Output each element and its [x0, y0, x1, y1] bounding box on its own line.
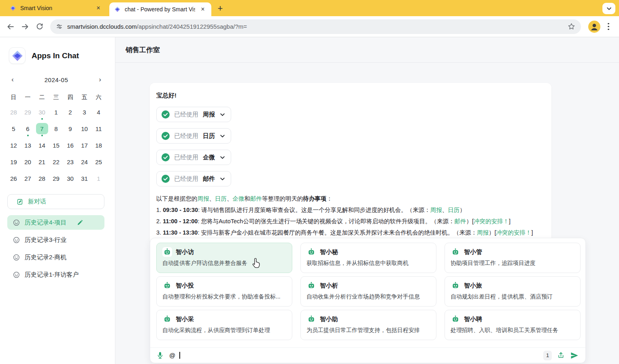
browser-menu-icon[interactable]: [604, 21, 613, 33]
close-tab-icon[interactable]: ×: [199, 6, 206, 13]
robot-icon: [451, 281, 460, 290]
calendar-day[interactable]: 1: [91, 171, 106, 188]
calendar-day[interactable]: 16: [63, 138, 77, 155]
inline-link[interactable]: 邮件: [250, 195, 262, 202]
calendar-day[interactable]: 28: [35, 171, 49, 188]
agent-card[interactable]: 智小秘获取招标信息，并从招标信息中获取商机: [300, 243, 436, 273]
inline-link[interactable]: 周报: [198, 195, 209, 202]
back-button[interactable]: [3, 19, 18, 34]
calendar-day[interactable]: 31: [77, 171, 91, 188]
new-chat-button[interactable]: 新对话: [7, 194, 104, 209]
calendar-day[interactable]: 24: [77, 155, 91, 171]
robot-icon: [306, 247, 316, 257]
inline-link[interactable]: 企微: [233, 195, 245, 202]
calendar-day[interactable]: 26: [6, 171, 21, 188]
close-tab-icon[interactable]: ×: [95, 4, 102, 12]
calendar-day[interactable]: 14: [35, 138, 49, 155]
calendar-day[interactable]: 29: [49, 171, 63, 188]
calendar-day[interactable]: 7: [35, 122, 49, 138]
url-text[interactable]: smartvision.dcclouds.com/appsinchat/2404…: [67, 23, 247, 30]
message-input[interactable]: @ 1: [150, 347, 585, 363]
calendar-day[interactable]: 30: [35, 105, 49, 122]
todo-summary: 以下是根据您的周报、日历、企微和邮件等整理的明天的待办事项： 1. 09:30 …: [156, 193, 548, 238]
calendar-day[interactable]: 11: [91, 122, 106, 138]
calendar-day[interactable]: 12: [6, 138, 21, 155]
used-tool-button[interactable]: 已经使用周报: [156, 107, 231, 122]
inline-link[interactable]: 冲突的安排！: [474, 218, 509, 224]
calendar-day[interactable]: 23: [63, 155, 77, 171]
history-item[interactable]: 历史记录3-行业: [7, 233, 104, 247]
new-tab-button[interactable]: +: [215, 3, 226, 14]
send-icon[interactable]: [570, 351, 579, 360]
robot-icon: [451, 247, 460, 257]
calendar-day[interactable]: 20: [21, 155, 35, 171]
calendar-day[interactable]: 22: [49, 155, 63, 171]
calendar-day[interactable]: 29: [21, 105, 35, 122]
profile-avatar[interactable]: [588, 21, 600, 33]
calendar-day-number: 30: [36, 106, 48, 118]
calendar-day[interactable]: 21: [35, 155, 49, 171]
agent-card[interactable]: 智小旅自动规划出差日程，提供机票、酒店预订: [445, 276, 581, 307]
calendar-day-number: 29: [22, 106, 34, 118]
agent-name: 智小投: [176, 282, 194, 290]
check-circle-icon: [162, 110, 170, 119]
calendar-day[interactable]: 10: [77, 122, 91, 138]
calendar-day[interactable]: 2: [63, 105, 77, 122]
inline-link[interactable]: 周报: [430, 207, 442, 213]
tab-smart-vision[interactable]: Smart Vision ×: [5, 0, 107, 16]
history-item-label: 历史记录2-商机: [25, 254, 66, 261]
calendar-prev-icon[interactable]: ‹: [9, 76, 16, 84]
inline-link[interactable]: 日历: [215, 195, 227, 202]
calendar-day[interactable]: 18: [91, 138, 106, 155]
history-item[interactable]: 历史记录4-项目: [7, 215, 104, 230]
agent-card[interactable]: 智小管协助项目管理工作，追踪项目进度: [445, 243, 581, 273]
calendar-day[interactable]: 19: [6, 155, 21, 171]
used-prefix-label: 已经使用: [174, 175, 198, 183]
calendar-day[interactable]: 6: [21, 122, 35, 138]
calendar-day[interactable]: 5: [6, 122, 21, 138]
calendar-day[interactable]: 30: [63, 171, 77, 188]
microphone-icon[interactable]: [157, 351, 164, 359]
calendar-day[interactable]: 9: [63, 122, 77, 138]
used-tool-button[interactable]: 已经使用邮件: [156, 171, 231, 186]
tab-search-button[interactable]: [602, 3, 615, 14]
history-item[interactable]: 历史记录2-商机: [7, 250, 104, 265]
calendar-day[interactable]: 25: [91, 155, 106, 171]
agent-card[interactable]: 智小访自动提供客户拜访信息并整合服务: [156, 243, 292, 273]
agent-card[interactable]: 智小投自动整理和分析投标文件要求，协助准备投标...: [156, 276, 292, 307]
url-bar[interactable]: smartvision.dcclouds.com/appsinchat/2404…: [50, 19, 581, 34]
inline-link[interactable]: 冲突的安排！: [496, 229, 531, 236]
history-item[interactable]: 历史记录1-拜访客户: [7, 267, 104, 282]
calendar-day[interactable]: 28: [6, 105, 21, 122]
calendar-day[interactable]: 27: [21, 171, 35, 188]
forward-button[interactable]: [18, 19, 32, 34]
calendar-day[interactable]: 1: [49, 105, 63, 122]
calendar-day[interactable]: 17: [77, 138, 91, 155]
calendar-next-icon[interactable]: ›: [96, 76, 104, 84]
site-settings-icon[interactable]: [56, 23, 63, 30]
calendar-day[interactable]: 13: [21, 138, 35, 155]
check-circle-icon: [162, 175, 170, 183]
agent-card-header: 智小秘: [306, 247, 430, 257]
chat-bubble-icon: [13, 271, 20, 278]
agent-card[interactable]: 智小采自动化采购流程，从供应商管理到订单处理: [156, 310, 292, 340]
used-tool-button[interactable]: 已经使用日历: [156, 128, 231, 144]
agent-card[interactable]: 智小聘处理招聘、入职、培训和员工关系管理任务: [445, 310, 581, 340]
used-tool-button[interactable]: 已经使用企微: [156, 150, 231, 165]
edit-pencil-icon[interactable]: [77, 220, 83, 226]
inline-link[interactable]: 日历: [448, 207, 459, 213]
calendar-day[interactable]: 4: [91, 105, 106, 122]
agent-description: 协助项目管理工作，追踪项目进度: [451, 260, 574, 267]
upload-icon[interactable]: [557, 351, 565, 359]
tab-chat-active[interactable]: chat - Powered by Smart Vision ×: [109, 2, 211, 16]
agent-card[interactable]: 智小助为员工提供日常工作管理支持，包括日程安排: [300, 310, 436, 340]
inline-link[interactable]: 邮件: [454, 218, 466, 224]
text-caret: [179, 352, 180, 359]
calendar-day[interactable]: 8: [49, 122, 63, 138]
agent-card[interactable]: 智小析自动收集并分析行业市场趋势和竞争对手信息: [300, 276, 436, 307]
bookmark-star-icon[interactable]: [568, 23, 575, 30]
calendar-day[interactable]: 15: [49, 138, 63, 155]
inline-link[interactable]: 周报: [477, 229, 489, 236]
reload-button[interactable]: [32, 19, 47, 34]
calendar-day[interactable]: 3: [77, 105, 91, 122]
